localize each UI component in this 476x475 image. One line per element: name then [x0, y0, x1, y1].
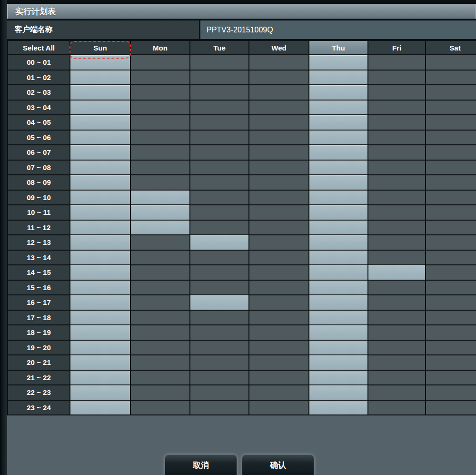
time-label-11[interactable]: 11 ~ 12 — [8, 220, 70, 235]
schedule-cell-fri-21[interactable] — [368, 370, 426, 385]
schedule-cell-thu-3[interactable] — [309, 100, 368, 115]
day-header-thu[interactable]: Thu — [309, 40, 368, 55]
schedule-cell-mon-21[interactable] — [130, 370, 190, 385]
schedule-cell-sun-17[interactable] — [70, 310, 130, 325]
schedule-cell-wed-13[interactable] — [249, 250, 309, 265]
schedule-cell-fri-10[interactable] — [368, 205, 426, 220]
schedule-cell-wed-15[interactable] — [249, 280, 309, 295]
schedule-cell-wed-22[interactable] — [249, 385, 309, 400]
schedule-cell-sat-21[interactable] — [426, 370, 476, 385]
schedule-cell-mon-14[interactable] — [130, 265, 190, 280]
schedule-cell-sat-17[interactable] — [426, 310, 476, 325]
schedule-cell-tue-0[interactable] — [190, 55, 249, 70]
schedule-cell-tue-17[interactable] — [190, 310, 249, 325]
schedule-cell-tue-20[interactable] — [190, 355, 249, 370]
schedule-cell-sun-14[interactable] — [70, 265, 130, 280]
schedule-cell-fri-7[interactable] — [368, 160, 426, 175]
schedule-cell-tue-4[interactable] — [190, 115, 249, 130]
schedule-cell-sat-5[interactable] — [426, 130, 476, 145]
schedule-cell-sun-19[interactable] — [70, 340, 130, 355]
schedule-cell-sat-7[interactable] — [426, 160, 476, 175]
schedule-cell-thu-13[interactable] — [309, 250, 368, 265]
time-label-7[interactable]: 07 ~ 08 — [8, 160, 70, 175]
select-all-button[interactable]: Select All — [8, 40, 70, 55]
schedule-cell-mon-6[interactable] — [130, 145, 190, 160]
schedule-cell-sat-15[interactable] — [426, 280, 476, 295]
schedule-cell-sat-9[interactable] — [426, 190, 476, 205]
schedule-cell-sat-20[interactable] — [426, 355, 476, 370]
schedule-cell-wed-18[interactable] — [249, 325, 309, 340]
schedule-cell-thu-20[interactable] — [309, 355, 368, 370]
schedule-cell-sat-23[interactable] — [426, 400, 476, 415]
schedule-cell-tue-11[interactable] — [190, 220, 249, 235]
schedule-cell-wed-6[interactable] — [249, 145, 309, 160]
schedule-cell-fri-9[interactable] — [368, 190, 426, 205]
schedule-cell-thu-16[interactable] — [309, 295, 368, 310]
time-label-1[interactable]: 01 ~ 02 — [8, 70, 70, 85]
time-label-4[interactable]: 04 ~ 05 — [8, 115, 70, 130]
schedule-cell-sat-11[interactable] — [426, 220, 476, 235]
schedule-cell-wed-21[interactable] — [249, 370, 309, 385]
schedule-cell-tue-2[interactable] — [190, 85, 249, 100]
client-name-field[interactable]: PPTV3-20151009Q — [200, 20, 476, 39]
schedule-cell-mon-20[interactable] — [130, 355, 190, 370]
schedule-cell-tue-22[interactable] — [190, 385, 249, 400]
schedule-cell-wed-1[interactable] — [249, 70, 309, 85]
time-label-8[interactable]: 08 ~ 09 — [8, 175, 70, 190]
schedule-cell-sat-22[interactable] — [426, 385, 476, 400]
schedule-cell-sat-8[interactable] — [426, 175, 476, 190]
time-label-19[interactable]: 19 ~ 20 — [8, 340, 70, 355]
schedule-cell-thu-0[interactable] — [309, 55, 368, 70]
schedule-cell-tue-6[interactable] — [190, 145, 249, 160]
schedule-cell-tue-14[interactable] — [190, 265, 249, 280]
schedule-cell-thu-1[interactable] — [309, 70, 368, 85]
schedule-cell-mon-19[interactable] — [130, 340, 190, 355]
schedule-cell-fri-3[interactable] — [368, 100, 426, 115]
time-label-0[interactable]: 00 ~ 01 — [8, 55, 70, 70]
time-label-5[interactable]: 05 ~ 06 — [8, 130, 70, 145]
schedule-cell-wed-11[interactable] — [249, 220, 309, 235]
schedule-cell-fri-11[interactable] — [368, 220, 426, 235]
schedule-cell-sat-18[interactable] — [426, 325, 476, 340]
schedule-cell-mon-2[interactable] — [130, 85, 190, 100]
schedule-cell-fri-1[interactable] — [368, 70, 426, 85]
schedule-cell-wed-0[interactable] — [249, 55, 309, 70]
schedule-cell-sat-2[interactable] — [426, 85, 476, 100]
day-header-fri[interactable]: Fri — [368, 40, 426, 55]
schedule-cell-wed-14[interactable] — [249, 265, 309, 280]
schedule-cell-tue-13[interactable] — [190, 250, 249, 265]
schedule-cell-fri-8[interactable] — [368, 175, 426, 190]
schedule-cell-sun-23[interactable] — [70, 400, 130, 415]
schedule-cell-thu-6[interactable] — [309, 145, 368, 160]
schedule-cell-fri-0[interactable] — [368, 55, 426, 70]
schedule-cell-sat-19[interactable] — [426, 340, 476, 355]
time-label-13[interactable]: 13 ~ 14 — [8, 250, 70, 265]
schedule-cell-sun-2[interactable] — [70, 85, 130, 100]
schedule-cell-wed-5[interactable] — [249, 130, 309, 145]
schedule-cell-wed-8[interactable] — [249, 175, 309, 190]
schedule-cell-mon-17[interactable] — [130, 310, 190, 325]
schedule-cell-mon-10[interactable] — [130, 205, 190, 220]
schedule-cell-thu-23[interactable] — [309, 400, 368, 415]
schedule-cell-sun-4[interactable] — [70, 115, 130, 130]
schedule-cell-sat-6[interactable] — [426, 145, 476, 160]
schedule-cell-wed-2[interactable] — [249, 85, 309, 100]
schedule-cell-fri-6[interactable] — [368, 145, 426, 160]
schedule-cell-mon-12[interactable] — [130, 235, 190, 250]
schedule-cell-sat-10[interactable] — [426, 205, 476, 220]
time-label-14[interactable]: 14 ~ 15 — [8, 265, 70, 280]
schedule-cell-mon-22[interactable] — [130, 385, 190, 400]
schedule-cell-sun-20[interactable] — [70, 355, 130, 370]
schedule-cell-thu-14[interactable] — [309, 265, 368, 280]
schedule-cell-thu-17[interactable] — [309, 310, 368, 325]
schedule-cell-sat-4[interactable] — [426, 115, 476, 130]
schedule-cell-mon-1[interactable] — [130, 70, 190, 85]
schedule-cell-tue-3[interactable] — [190, 100, 249, 115]
schedule-cell-fri-16[interactable] — [368, 295, 426, 310]
schedule-cell-tue-7[interactable] — [190, 160, 249, 175]
schedule-cell-tue-23[interactable] — [190, 400, 249, 415]
schedule-cell-sat-1[interactable] — [426, 70, 476, 85]
schedule-cell-wed-17[interactable] — [249, 310, 309, 325]
schedule-cell-wed-9[interactable] — [249, 190, 309, 205]
schedule-cell-tue-15[interactable] — [190, 280, 249, 295]
